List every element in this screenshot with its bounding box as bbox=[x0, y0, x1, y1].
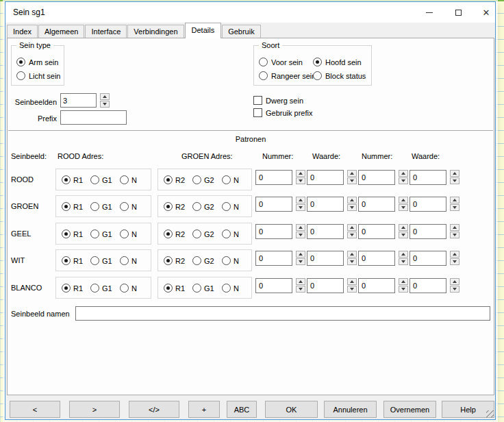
radio-option[interactable]: N bbox=[222, 202, 239, 211]
spin-up-button[interactable] bbox=[296, 224, 305, 231]
nummer-2-input[interactable] bbox=[358, 224, 395, 239]
prev-button[interactable]: < bbox=[10, 401, 60, 418]
tab-details[interactable]: Details bbox=[185, 23, 222, 38]
radio-option[interactable]: R1 bbox=[62, 284, 83, 293]
seinbeelden-input[interactable] bbox=[60, 93, 97, 108]
spin-up-button[interactable] bbox=[296, 197, 305, 203]
spin-down-button[interactable] bbox=[450, 232, 459, 238]
tab-algemeen[interactable]: Algemeen bbox=[38, 25, 85, 38]
spin-up-button[interactable] bbox=[347, 197, 357, 203]
waarde-2-input[interactable] bbox=[410, 224, 446, 239]
waarde-1-input[interactable] bbox=[307, 197, 344, 212]
spin-up-button[interactable] bbox=[296, 170, 305, 177]
spin-up-button[interactable] bbox=[399, 251, 408, 258]
spin-up-button[interactable] bbox=[347, 278, 357, 285]
radio-option[interactable]: N bbox=[222, 175, 239, 184]
nummer-1-input[interactable] bbox=[255, 197, 292, 212]
radio-option[interactable]: G2 bbox=[192, 175, 214, 184]
annuleren-button[interactable]: Annuleren bbox=[324, 401, 377, 418]
next-button[interactable]: > bbox=[69, 401, 120, 418]
overnemen-button[interactable]: Overnemen bbox=[383, 401, 436, 418]
code-button[interactable]: </> bbox=[129, 401, 179, 418]
titlebar[interactable]: Sein sg1 ✕ bbox=[5, 2, 495, 23]
spin-down-button[interactable] bbox=[399, 177, 408, 184]
spin-up-button[interactable] bbox=[399, 278, 408, 285]
spin-up-button[interactable] bbox=[450, 170, 459, 177]
radio-option[interactable]: G2 bbox=[192, 229, 214, 238]
nummer-1-input[interactable] bbox=[255, 251, 292, 266]
spin-down-button[interactable] bbox=[347, 232, 357, 238]
spin-up-button[interactable] bbox=[399, 224, 408, 231]
radio-option[interactable]: R2 bbox=[164, 256, 185, 265]
abc-button[interactable]: ABC bbox=[227, 401, 257, 418]
nummer-1-input[interactable] bbox=[255, 224, 292, 239]
spin-up-button[interactable] bbox=[450, 251, 459, 258]
radio-option[interactable]: R2 bbox=[164, 202, 185, 211]
dwerg-sein-checkbox[interactable]: Dwerg sein bbox=[253, 96, 303, 105]
radio-option[interactable]: N bbox=[222, 256, 239, 265]
tab-interface[interactable]: Interface bbox=[85, 25, 127, 38]
waarde-2-input[interactable] bbox=[410, 278, 446, 293]
nummer-1-input[interactable] bbox=[255, 170, 292, 185]
radio-option[interactable]: N bbox=[120, 202, 137, 211]
radio-option[interactable]: R1 bbox=[62, 175, 83, 184]
minimize-button[interactable] bbox=[418, 5, 441, 20]
radio-option[interactable]: G1 bbox=[192, 284, 214, 293]
spin-up-button[interactable] bbox=[100, 93, 110, 100]
waarde-1-input[interactable] bbox=[307, 278, 344, 293]
radio-option[interactable]: G2 bbox=[192, 256, 214, 265]
radio-licht-sein[interactable]: Licht sein bbox=[16, 71, 60, 80]
radio-option[interactable]: R1 bbox=[62, 256, 83, 265]
radio-rangeer-sein[interactable]: Rangeer sein bbox=[259, 71, 316, 80]
waarde-1-input[interactable] bbox=[307, 170, 344, 185]
close-button[interactable]: ✕ bbox=[475, 5, 498, 20]
radio-option[interactable]: N bbox=[120, 229, 137, 238]
ok-button[interactable]: OK bbox=[265, 401, 318, 418]
radio-option[interactable]: R2 bbox=[164, 175, 185, 184]
radio-option[interactable]: N bbox=[120, 175, 137, 184]
spin-up-button[interactable] bbox=[296, 278, 305, 285]
waarde-2-input[interactable] bbox=[410, 197, 446, 212]
resize-grip[interactable] bbox=[486, 410, 494, 418]
waarde-1-input[interactable] bbox=[307, 251, 344, 266]
nummer-2-input[interactable] bbox=[358, 197, 395, 212]
radio-option[interactable]: N bbox=[120, 256, 137, 265]
spin-down-button[interactable] bbox=[100, 101, 110, 108]
spin-up-button[interactable] bbox=[296, 251, 305, 258]
spin-up-button[interactable] bbox=[347, 170, 357, 177]
radio-option[interactable]: R1 bbox=[62, 202, 83, 211]
spin-up-button[interactable] bbox=[399, 170, 408, 177]
spin-down-button[interactable] bbox=[399, 232, 408, 238]
spin-down-button[interactable] bbox=[296, 286, 305, 293]
waarde-2-input[interactable] bbox=[410, 251, 446, 266]
spin-down-button[interactable] bbox=[399, 258, 408, 265]
radio-option[interactable]: R1 bbox=[62, 229, 83, 238]
radio-option[interactable]: G1 bbox=[90, 202, 112, 211]
radio-option[interactable]: G1 bbox=[90, 284, 112, 293]
spin-down-button[interactable] bbox=[347, 286, 357, 293]
radio-hoofd-sein[interactable]: Hoofd sein bbox=[313, 58, 362, 66]
spin-down-button[interactable] bbox=[450, 258, 459, 265]
nummer-1-input[interactable] bbox=[255, 278, 292, 293]
waarde-2-input[interactable] bbox=[410, 170, 446, 185]
radio-option[interactable]: G1 bbox=[90, 175, 112, 184]
spin-down-button[interactable] bbox=[450, 204, 459, 211]
spin-up-button[interactable] bbox=[450, 224, 459, 231]
spin-down-button[interactable] bbox=[347, 177, 357, 184]
tab-verbindingen[interactable]: Verbindingen bbox=[127, 25, 184, 38]
radio-voor-sein[interactable]: Voor sein bbox=[259, 58, 303, 66]
spin-up-button[interactable] bbox=[347, 251, 357, 258]
spin-up-button[interactable] bbox=[450, 278, 459, 285]
spin-down-button[interactable] bbox=[347, 204, 357, 211]
spin-up-button[interactable] bbox=[399, 197, 408, 203]
spin-down-button[interactable] bbox=[296, 177, 305, 184]
radio-option[interactable]: G1 bbox=[90, 256, 112, 265]
add-button[interactable]: + bbox=[188, 401, 220, 418]
spin-down-button[interactable] bbox=[399, 286, 408, 293]
radio-option[interactable]: R1 bbox=[164, 284, 185, 293]
radio-option[interactable]: G2 bbox=[192, 202, 214, 211]
spin-down-button[interactable] bbox=[450, 286, 459, 293]
spin-down-button[interactable] bbox=[347, 258, 357, 265]
spin-down-button[interactable] bbox=[450, 177, 459, 184]
spin-down-button[interactable] bbox=[399, 204, 408, 211]
